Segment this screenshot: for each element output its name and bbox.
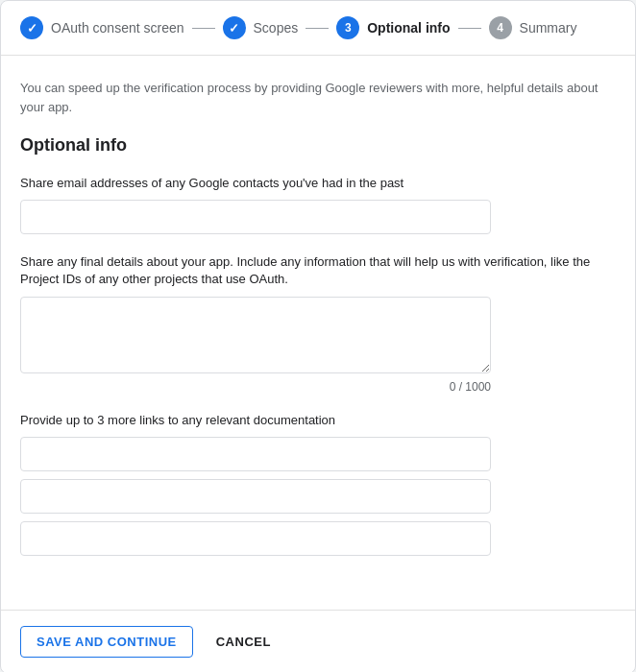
step-3-circle: 3 — [336, 16, 359, 39]
link-input-row-2 — [20, 479, 616, 514]
textarea-wrapper: 0 / 1000 — [20, 297, 491, 394]
main-card: ✓ OAuth consent screen ✓ Scopes 3 Option… — [0, 0, 636, 672]
footer: SAVE AND CONTINUE CANCEL — [1, 610, 635, 672]
section-title: Optional info — [20, 135, 616, 156]
details-textarea[interactable] — [20, 297, 491, 373]
save-and-continue-button[interactable]: SAVE AND CONTINUE — [20, 626, 193, 658]
step-3-label: Optional info — [367, 20, 450, 36]
step-4-label: Summary — [520, 20, 577, 36]
stepper: ✓ OAuth consent screen ✓ Scopes 3 Option… — [1, 1, 635, 56]
email-field-label: Share email addresses of any Google cont… — [20, 175, 616, 192]
intro-text: You can speed up the verification proces… — [20, 79, 616, 116]
step-oauth-consent: ✓ OAuth consent screen — [20, 16, 184, 39]
step-2-circle: ✓ — [223, 16, 246, 39]
link-input-3[interactable] — [20, 521, 491, 556]
link-input-2[interactable] — [20, 479, 491, 514]
checkmark-icon-2: ✓ — [229, 21, 239, 36]
connector-3 — [458, 28, 481, 29]
connector-2 — [306, 28, 329, 29]
step-4-number: 4 — [497, 21, 503, 35]
details-field-label: Share any final details about your app. … — [20, 253, 616, 288]
step-4-circle: 4 — [489, 16, 512, 39]
content-area: You can speed up the verification proces… — [1, 56, 635, 610]
checkmark-icon: ✓ — [27, 21, 37, 36]
connector-1 — [192, 28, 215, 29]
details-field-group: Share any final details about your app. … — [20, 253, 616, 393]
email-field-group: Share email addresses of any Google cont… — [20, 175, 616, 234]
step-optional-info: 3 Optional info — [336, 16, 450, 39]
char-count: 0 / 1000 — [20, 380, 491, 394]
step-summary: 4 Summary — [489, 16, 577, 39]
step-1-label: OAuth consent screen — [51, 20, 184, 36]
cancel-button[interactable]: CANCEL — [201, 627, 286, 657]
links-field-group: Provide up to 3 more links to any releva… — [20, 413, 616, 564]
step-scopes: ✓ Scopes — [223, 16, 299, 39]
link-input-row-1 — [20, 437, 616, 471]
link-input-row-3 — [20, 521, 616, 556]
links-field-label: Provide up to 3 more links to any releva… — [20, 413, 616, 427]
email-input[interactable] — [20, 200, 491, 234]
step-1-circle: ✓ — [20, 16, 43, 39]
link-input-1[interactable] — [20, 437, 491, 471]
step-3-number: 3 — [345, 21, 352, 35]
step-2-label: Scopes — [254, 20, 299, 36]
